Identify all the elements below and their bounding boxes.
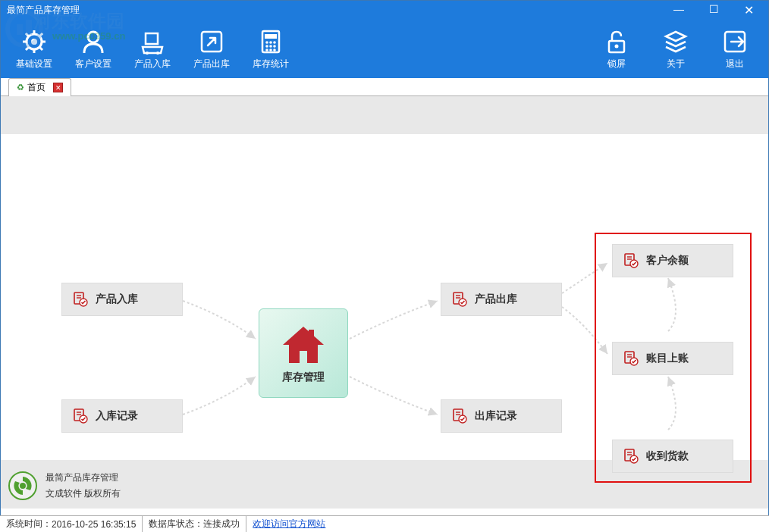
svg-point-26 [269,45,272,48]
person-icon [79,27,108,56]
doc-check-icon [623,253,639,268]
doc-check-icon [623,449,639,464]
system-time-label: 系统时间： [6,518,52,530]
inventory-mgmt-node[interactable]: 库存管理 [259,308,348,398]
tool-label: 退出 [726,58,744,70]
tab-label: 首页 [27,81,46,94]
doc-check-icon [73,292,88,307]
statusbar: 系统时间： 2016-10-25 16:35:15 数据库状态： 连接成功 欢迎… [0,515,769,532]
svg-point-64 [20,483,26,489]
calculator-icon [256,27,285,56]
svg-rect-16 [146,33,158,44]
svg-point-32 [615,44,619,48]
home-icon [277,322,330,368]
tool-label: 产品出库 [193,58,230,70]
gear-icon [20,27,49,56]
tab-strip: ♻ 首页 ✕ [1,78,768,96]
svg-point-22 [265,41,268,44]
svg-point-25 [265,45,268,48]
product-in-button[interactable]: 产品入库 [131,27,174,70]
svg-point-18 [156,52,159,55]
account-post-node[interactable]: 账目上账 [612,342,733,375]
out-record-node[interactable]: 出库记录 [441,399,562,433]
doc-check-icon [452,408,467,424]
svg-rect-21 [265,34,277,39]
arrow-out-icon [197,27,226,56]
main-toolbar: 基础设置 客户设置 产品入库 产品出库 库存统计 [1,19,768,78]
doc-check-icon [73,408,88,424]
footer-info: 最简产品库存管理 文成软件 版权所有 [8,464,121,508]
content-area: 产品入库 入库记录 库存管理 产品出库 出库记录 客户余额 [1,96,768,509]
svg-rect-42 [309,330,314,340]
footer-line1: 最简产品库存管理 [46,471,121,484]
node-label: 产品出库 [475,293,517,306]
customer-balance-node[interactable]: 客户余额 [612,244,733,277]
refresh-icon: ♻ [17,83,24,92]
svg-point-15 [88,32,99,42]
tab-home[interactable]: ♻ 首页 ✕ [8,78,71,96]
node-label: 入库记录 [96,409,138,423]
node-label: 出库记录 [475,409,517,423]
tool-label: 关于 [667,58,685,70]
svg-point-17 [146,52,149,55]
svg-point-27 [273,45,276,48]
node-label: 账目上账 [646,352,689,365]
svg-point-29 [269,49,272,52]
system-time-value: 2016-10-25 16:35:15 [52,519,136,530]
product-out-button[interactable]: 产品出库 [190,27,233,70]
in-record-node[interactable]: 入库记录 [61,399,183,433]
svg-point-6 [31,39,37,45]
svg-line-13 [26,47,29,50]
node-label: 产品入库 [96,293,138,306]
tool-label: 基础设置 [16,58,52,70]
product-out-node[interactable]: 产品出库 [441,283,562,316]
lock-screen-button[interactable]: 锁屏 [595,27,638,70]
footer-line2: 文成软件 版权所有 [46,487,121,500]
node-label: 客户余额 [646,254,689,268]
official-site-link[interactable]: 欢迎访问官方网站 [253,518,325,530]
tool-label: 库存统计 [253,58,289,70]
svg-line-11 [26,33,29,36]
tool-label: 锁屏 [607,58,626,70]
db-status-value: 连接成功 [203,518,240,530]
titlebar: 最简产品库存管理 — ☐ ✕ [1,1,768,19]
customer-settings-button[interactable]: 客户设置 [72,27,115,70]
close-button[interactable]: ✕ [738,3,759,17]
node-label: 库存管理 [282,371,325,384]
product-in-node[interactable]: 产品入库 [61,283,183,316]
doc-check-icon [452,292,467,307]
svg-line-14 [39,33,42,36]
layers-icon [661,27,690,56]
payment-received-node[interactable]: 收到货款 [612,440,733,473]
inventory-stats-button[interactable]: 库存统计 [250,27,292,70]
minimize-button[interactable]: — [668,3,689,17]
lock-icon [602,27,631,56]
window-title: 最简产品库存管理 [7,4,80,17]
svg-line-12 [39,47,42,50]
app-logo-icon [8,471,38,501]
tab-close-button[interactable]: ✕ [53,83,63,92]
maximize-button[interactable]: ☐ [703,3,724,17]
svg-point-23 [269,41,272,44]
node-label: 收到货款 [646,449,689,463]
svg-point-30 [273,49,276,52]
about-button[interactable]: 关于 [654,27,697,70]
exit-button[interactable]: 退出 [714,27,756,70]
db-status-label: 数据库状态： [149,518,203,530]
svg-point-28 [265,49,268,52]
doc-check-icon [623,351,639,366]
tool-label: 客户设置 [75,58,111,70]
basic-settings-button[interactable]: 基础设置 [13,27,55,70]
svg-point-24 [273,41,276,44]
exit-icon [720,27,749,56]
tool-label: 产品入库 [134,58,171,70]
cart-in-icon [138,27,167,56]
